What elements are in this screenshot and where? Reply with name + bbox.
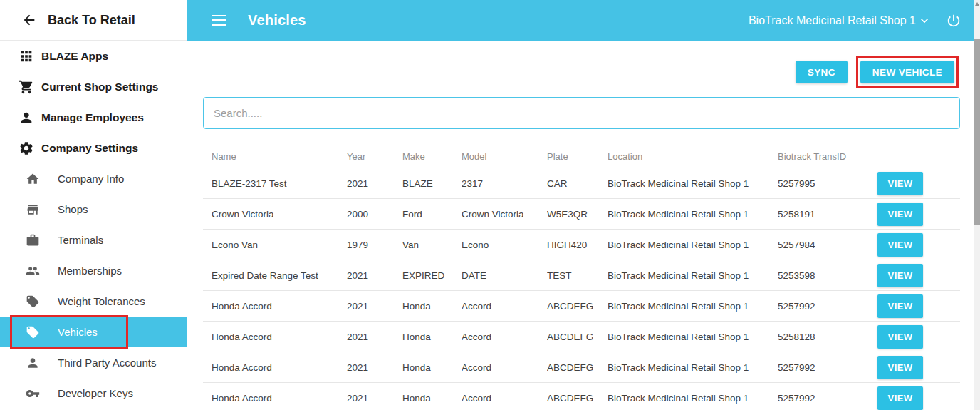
column-header-make: Make <box>402 151 462 162</box>
cell-location: BioTrack Medicinal Retail Shop 1 <box>608 393 778 404</box>
sidebar-item-memberships[interactable]: Memberships <box>0 255 187 286</box>
cell-make: Van <box>402 240 462 250</box>
sidebar-item-label: Weight Tolerances <box>58 295 145 307</box>
cell-plate: ABCDEFG <box>547 332 608 342</box>
topbar: Vehicles BioTrack Medicinal Retail Shop … <box>187 0 974 41</box>
shop-selector-dropdown[interactable]: BioTrack Medicinal Retail Shop 1 <box>749 14 932 28</box>
table-row: Expired Date Range Test2021EXPIREDDATETE… <box>203 260 960 291</box>
search-input[interactable] <box>203 97 960 129</box>
power-icon[interactable] <box>946 13 961 29</box>
cell-year: 2021 <box>347 270 402 281</box>
new-vehicle-button[interactable]: NEW VEHICLE <box>860 61 954 83</box>
table-row: Econo Van1979VanEconoHIGH420BioTrack Med… <box>203 230 960 260</box>
sidebar-item-label: Third Party Accounts <box>58 357 156 369</box>
sidebar-item-terminals[interactable]: Terminals <box>0 225 187 255</box>
sidebar-item-label: BLAZE Apps <box>41 50 108 63</box>
cell-location: BioTrack Medicinal Retail Shop 1 <box>608 301 778 312</box>
cart-icon <box>19 79 34 95</box>
view-button[interactable]: VIEW <box>877 386 923 410</box>
sidebar-item-company-settings[interactable]: Company Settings <box>0 133 187 163</box>
table-body: BLAZE-2317 Test2021BLAZE2317CARBioTrack … <box>203 168 960 410</box>
view-button[interactable]: VIEW <box>877 233 923 257</box>
column-header-year: Year <box>347 151 402 162</box>
back-to-retail-label: Back To Retail <box>48 13 135 28</box>
cell-year: 2021 <box>347 332 402 342</box>
cell-make: Honda <box>402 362 462 373</box>
cell-make: BLAZE <box>402 178 462 189</box>
main-content: SYNC NEW VEHICLE NameYearMakeModelPlateL… <box>187 41 974 410</box>
table-row: Honda Accord2021HondaAccordABCDEFGBioTra… <box>203 383 960 410</box>
cell-model: 2317 <box>462 178 547 189</box>
cell-name: Honda Accord <box>203 332 347 342</box>
cell-make: Honda <box>402 332 462 342</box>
page-scrollbar[interactable] <box>974 0 980 410</box>
cell-model: DATE <box>462 270 547 281</box>
page-title: Vehicles <box>248 12 306 29</box>
highlight-box-new-vehicle: NEW VEHICLE <box>856 56 959 88</box>
column-header-biotrack-transid: Biotrack TransID <box>778 151 877 162</box>
cell-model: Crown Victoria <box>462 209 547 220</box>
sidebar-item-blaze-apps[interactable]: BLAZE Apps <box>0 41 187 71</box>
scrollbar-up-arrow[interactable] <box>975 2 979 6</box>
view-button[interactable]: VIEW <box>877 264 923 287</box>
view-button[interactable]: VIEW <box>877 172 923 195</box>
view-button[interactable]: VIEW <box>877 203 923 226</box>
cell-model: Accord <box>462 393 547 404</box>
sidebar-item-weight-tolerances[interactable]: Weight Tolerances <box>0 286 187 317</box>
cell-plate: W5E3QR <box>547 209 608 220</box>
scrollbar-thumb[interactable] <box>974 39 980 225</box>
sidebar-item-developer-keys[interactable]: Developer Keys <box>0 378 187 409</box>
sidebar-item-manage-employees[interactable]: Manage Employees <box>0 102 187 133</box>
sidebar-item-label: Current Shop Settings <box>41 81 158 93</box>
table-row: BLAZE-2317 Test2021BLAZE2317CARBioTrack … <box>203 168 960 199</box>
sidebar-nav: BLAZE AppsCurrent Shop SettingsManage Em… <box>0 41 187 409</box>
gear-icon <box>19 140 34 156</box>
cell-location: BioTrack Medicinal Retail Shop 1 <box>608 362 778 373</box>
cell-biotrack-transid: 5257992 <box>778 362 877 373</box>
home-icon <box>26 172 40 186</box>
sidebar-item-label: Vehicles <box>58 326 98 338</box>
sidebar-item-label: Manage Employees <box>41 111 144 124</box>
cell-make: Honda <box>402 393 462 404</box>
cell-biotrack-transid: 5258191 <box>778 209 877 220</box>
cell-plate: TEST <box>547 270 608 281</box>
view-button[interactable]: VIEW <box>877 356 923 379</box>
view-button[interactable]: VIEW <box>877 294 923 318</box>
search-container <box>203 97 960 129</box>
cell-year: 2021 <box>347 362 402 373</box>
sidebar-item-company-info[interactable]: Company Info <box>0 163 187 194</box>
sidebar-item-current-shop-settings[interactable]: Current Shop Settings <box>0 71 187 102</box>
cell-make: EXPIRED <box>402 270 462 281</box>
cell-make: Ford <box>402 209 462 220</box>
cell-location: BioTrack Medicinal Retail Shop 1 <box>608 332 778 342</box>
back-to-retail[interactable]: Back To Retail <box>0 0 187 41</box>
menu-icon[interactable] <box>212 15 226 26</box>
cell-biotrack-transid: 5257992 <box>778 301 877 312</box>
sidebar-item-shops[interactable]: Shops <box>0 194 187 225</box>
cell-year: 1979 <box>347 240 402 250</box>
sidebar-item-vehicles[interactable]: Vehicles <box>0 317 187 347</box>
cell-biotrack-transid: 5258128 <box>778 332 877 342</box>
cell-plate: ABCDEFG <box>547 362 608 373</box>
cell-biotrack-transid: 5257992 <box>778 393 877 404</box>
back-arrow-icon[interactable] <box>21 12 37 28</box>
vehicles-table: NameYearMakeModelPlateLocationBiotrack T… <box>203 145 960 410</box>
cell-plate: ABCDEFG <box>547 393 608 404</box>
cell-biotrack-transid: 5257984 <box>778 240 877 250</box>
cell-year: 2000 <box>347 209 402 220</box>
cell-model: Accord <box>462 362 547 373</box>
view-button[interactable]: VIEW <box>877 325 923 349</box>
column-header-plate: Plate <box>547 151 608 162</box>
cell-plate: HIGH420 <box>547 240 608 250</box>
sync-button[interactable]: SYNC <box>796 61 848 83</box>
shop-selector-label: BioTrack Medicinal Retail Shop 1 <box>749 14 916 27</box>
person-icon <box>19 110 34 125</box>
app-window: Back To Retail BLAZE AppsCurrent Shop Se… <box>0 0 980 410</box>
tag-icon <box>26 325 40 339</box>
cell-year: 2021 <box>347 178 402 189</box>
sidebar-item-third-party-accounts[interactable]: Third Party Accounts <box>0 347 187 378</box>
cell-make: Honda <box>402 301 462 312</box>
sidebar-item-label: Company Info <box>58 173 124 185</box>
table-row: Honda Accord2021HondaAccordABCDEFGBioTra… <box>203 352 960 383</box>
table-header-row: NameYearMakeModelPlateLocationBiotrack T… <box>203 145 960 168</box>
